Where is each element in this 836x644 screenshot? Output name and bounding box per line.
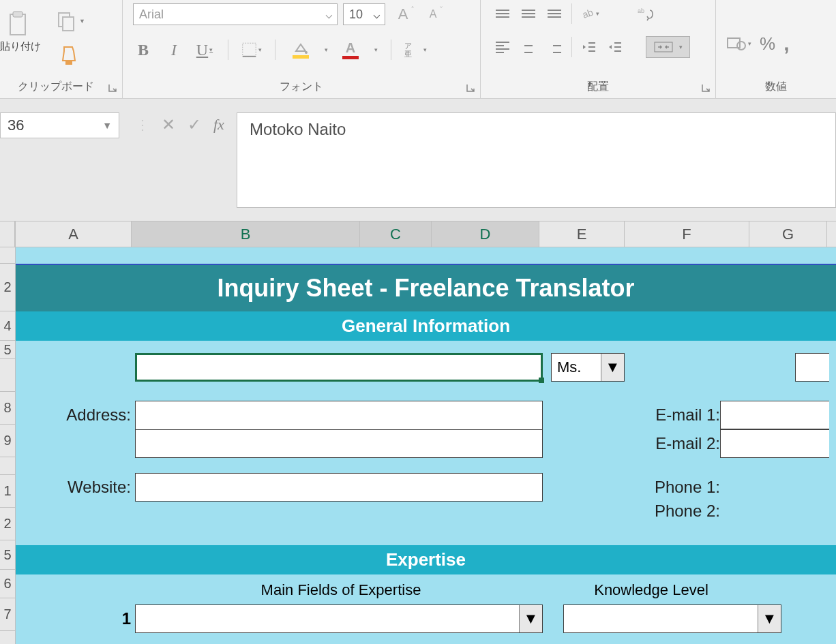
col-header[interactable]: C bbox=[360, 221, 432, 247]
section-general-info: General Information bbox=[16, 311, 836, 341]
font-color-button[interactable]: A bbox=[338, 40, 363, 59]
font-dialog-launcher[interactable] bbox=[466, 83, 475, 93]
svg-rect-3 bbox=[63, 17, 74, 31]
dropdown-arrow-icon[interactable]: ▼ bbox=[519, 605, 542, 632]
increase-font-button[interactable]: Aˆ bbox=[391, 4, 415, 25]
format-painter-button[interactable] bbox=[59, 44, 80, 69]
clipboard-dialog-launcher[interactable] bbox=[108, 83, 117, 93]
input-right[interactable] bbox=[795, 353, 829, 382]
font-group: Arial ⌵ 10 ⌵ Aˆ Aˇ B I U▾ bbox=[123, 0, 481, 98]
ribbon: 貼り付け ▼ bbox=[0, 0, 836, 99]
address-label: Address: bbox=[23, 405, 135, 425]
italic-button[interactable]: I bbox=[164, 39, 184, 61]
col-header[interactable]: B bbox=[132, 221, 360, 247]
address-input-2[interactable] bbox=[135, 429, 543, 458]
enter-formula-button[interactable]: ✓ bbox=[188, 115, 201, 134]
row-header[interactable]: 6 bbox=[0, 570, 15, 598]
align-right-button[interactable] bbox=[543, 37, 566, 57]
wrap-text-button[interactable]: ab bbox=[633, 3, 657, 24]
col-header[interactable]: A bbox=[16, 221, 132, 247]
email1-label: E-mail 1: bbox=[631, 405, 720, 425]
bold-button[interactable]: B bbox=[133, 39, 153, 61]
alignment-group: ab ▾ ab bbox=[481, 0, 716, 98]
percent-button[interactable]: % bbox=[760, 33, 775, 55]
svg-rect-1 bbox=[13, 12, 23, 17]
email1-input[interactable] bbox=[720, 401, 829, 429]
align-middle-button[interactable] bbox=[517, 3, 540, 24]
name-input[interactable] bbox=[135, 353, 543, 382]
decrease-font-button[interactable]: Aˇ bbox=[421, 4, 445, 25]
underline-button[interactable]: U▾ bbox=[194, 39, 215, 61]
salutation-select[interactable]: Ms. ▼ bbox=[551, 353, 625, 382]
name-box[interactable]: 36 ▼ bbox=[0, 112, 119, 138]
clipboard-group: 貼り付け ▼ bbox=[0, 0, 123, 98]
row-header[interactable]: 4 bbox=[0, 311, 15, 341]
col-header[interactable]: G bbox=[749, 221, 827, 247]
svg-rect-16 bbox=[655, 42, 672, 52]
borders-button[interactable]: ▾ bbox=[241, 39, 262, 61]
fill-color-button[interactable] bbox=[288, 42, 313, 59]
svg-point-7 bbox=[305, 51, 308, 54]
phone1-label: Phone 1: bbox=[631, 478, 720, 497]
phone2-label: Phone 2: bbox=[631, 502, 720, 521]
svg-rect-5 bbox=[243, 43, 256, 56]
email2-input[interactable] bbox=[720, 429, 829, 458]
select-all-corner[interactable] bbox=[0, 221, 15, 247]
align-bottom-button[interactable] bbox=[543, 3, 566, 24]
comma-button[interactable]: , bbox=[783, 32, 789, 55]
formula-bar: 36 ▼ ⋮ ✕ ✓ fx Motoko Naito bbox=[0, 99, 836, 221]
col-header[interactable]: D bbox=[432, 221, 539, 247]
knowledge-select-1[interactable]: ▼ bbox=[563, 604, 781, 633]
address-input-1[interactable] bbox=[135, 401, 543, 429]
align-top-button[interactable] bbox=[491, 3, 514, 24]
number-group: ▾ % , 数値 bbox=[716, 0, 836, 98]
row-header[interactable]: 8 bbox=[0, 392, 15, 425]
svg-text:ab: ab bbox=[580, 6, 594, 20]
font-label: フォント bbox=[280, 80, 323, 92]
merge-center-button[interactable]: ▾ bbox=[646, 36, 690, 58]
copy-button[interactable]: ▼ bbox=[55, 10, 85, 32]
dropdown-arrow-icon[interactable]: ▼ bbox=[758, 605, 781, 632]
increase-indent-button[interactable] bbox=[603, 37, 627, 57]
align-center-button[interactable] bbox=[517, 37, 540, 57]
name-box-dropdown-icon[interactable]: ▼ bbox=[102, 120, 112, 131]
font-name-select[interactable]: Arial ⌵ bbox=[133, 3, 338, 25]
clipboard-label: クリップボード bbox=[18, 80, 94, 92]
row-header[interactable]: 2 bbox=[0, 264, 15, 311]
row-header[interactable] bbox=[0, 457, 15, 475]
paste-button[interactable]: 貼り付け bbox=[0, 10, 41, 53]
fields-header: Main Fields of Expertise bbox=[140, 581, 542, 599]
row-header[interactable]: 9 bbox=[0, 425, 15, 457]
expertise-select-1[interactable]: ▼ bbox=[135, 604, 543, 633]
cancel-formula-button[interactable]: ✕ bbox=[162, 115, 175, 134]
phonetic-button[interactable]: ア 亜 bbox=[404, 42, 412, 58]
row-header[interactable]: 1 bbox=[0, 475, 15, 508]
row-header[interactable]: 5 bbox=[0, 540, 15, 570]
alignment-dialog-launcher[interactable] bbox=[701, 83, 711, 93]
dropdown-arrow-icon[interactable]: ▼ bbox=[601, 354, 624, 381]
accounting-format-button[interactable]: ▾ bbox=[726, 35, 751, 52]
column-headers: A B C D E F G bbox=[16, 221, 836, 247]
align-left-button[interactable] bbox=[491, 37, 514, 57]
email2-label: E-mail 2: bbox=[631, 434, 720, 453]
svg-point-18 bbox=[737, 42, 745, 50]
knowledge-header: Knowledge Level bbox=[542, 581, 760, 599]
font-size-select[interactable]: 10 ⌵ bbox=[343, 3, 385, 25]
section-expertise: Expertise bbox=[16, 545, 836, 574]
orientation-button[interactable]: ab ▾ bbox=[578, 3, 601, 24]
row-header[interactable]: 7 bbox=[0, 598, 15, 631]
row-header[interactable]: 2 bbox=[0, 508, 15, 540]
row-header[interactable] bbox=[0, 359, 15, 392]
row-header[interactable]: 5 bbox=[0, 341, 15, 359]
website-input[interactable] bbox=[135, 473, 543, 502]
spreadsheet-grid: 2 4 5 8 9 1 2 5 6 7 A B C D E F G Inquir… bbox=[0, 221, 836, 644]
alignment-label: 配置 bbox=[587, 80, 609, 92]
fx-icon[interactable]: fx bbox=[213, 116, 224, 134]
svg-rect-4 bbox=[65, 61, 72, 65]
decrease-indent-button[interactable] bbox=[578, 37, 601, 57]
fill-handle[interactable] bbox=[539, 378, 544, 383]
col-header[interactable]: F bbox=[625, 221, 749, 247]
col-header[interactable]: E bbox=[539, 221, 625, 247]
formula-input[interactable]: Motoko Naito bbox=[237, 112, 836, 208]
row-header[interactable] bbox=[0, 247, 15, 264]
